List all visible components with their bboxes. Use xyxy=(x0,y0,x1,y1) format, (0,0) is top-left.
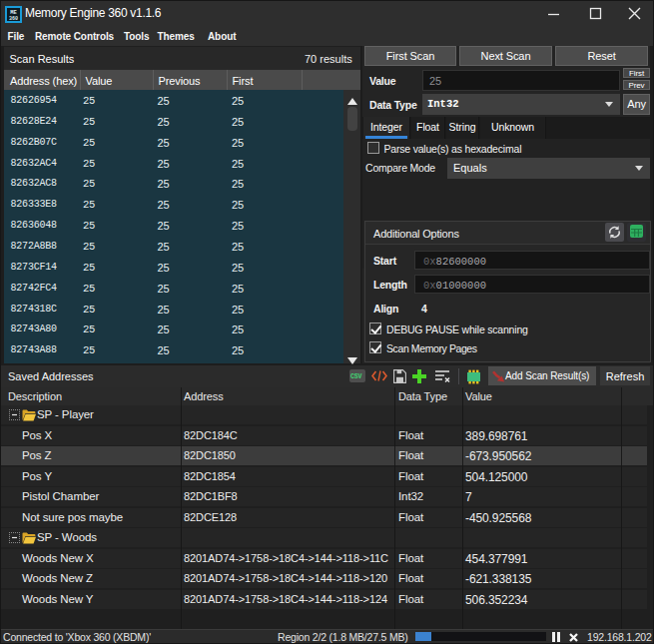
svg-text:ME: ME xyxy=(10,9,17,16)
svg-text:360: 360 xyxy=(9,16,18,22)
